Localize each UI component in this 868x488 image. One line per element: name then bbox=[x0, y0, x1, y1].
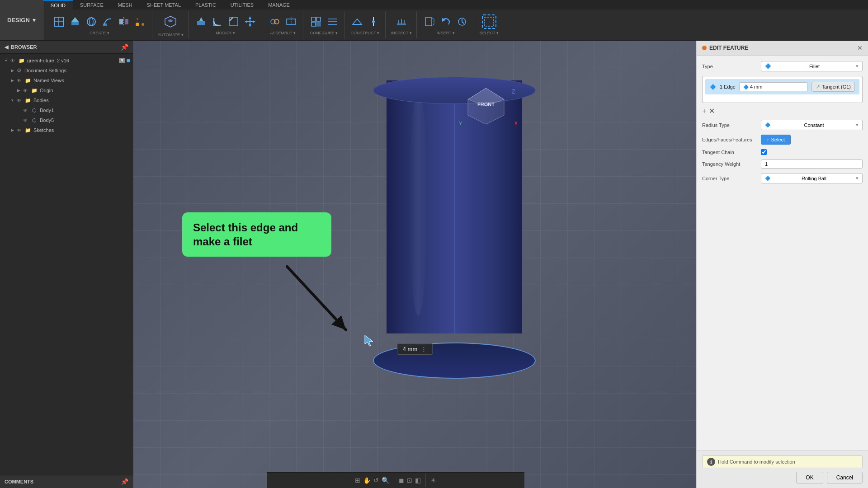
sidebar-pin-icon[interactable]: 📌 bbox=[121, 43, 128, 51]
design-button[interactable]: DESIGN ▾ bbox=[0, 0, 43, 40]
sidebar-title: ◀ BROWSER bbox=[5, 44, 37, 50]
radius-type-arrow: ▾ bbox=[856, 122, 859, 128]
comments-icon[interactable]: 📌 bbox=[121, 478, 128, 485]
undo-btn[interactable] bbox=[439, 14, 453, 29]
tab-plastic[interactable]: PLASTIC bbox=[188, 0, 223, 9]
pan-icon[interactable]: ✋ bbox=[363, 477, 371, 484]
tab-manage[interactable]: MANAGE bbox=[261, 0, 297, 9]
grid-icon[interactable]: ⊞ bbox=[355, 477, 360, 484]
tree-item-origin[interactable]: ▶ 👁 📁 Origin bbox=[0, 85, 133, 95]
mirror-btn[interactable] bbox=[117, 14, 131, 29]
edge-mm-icon: 🔷 bbox=[743, 84, 749, 89]
visibility-icon-sketches[interactable]: 👁 bbox=[15, 127, 23, 134]
dim-more-icon[interactable]: ⋮ bbox=[421, 346, 427, 352]
tangent-chain-checkbox[interactable] bbox=[761, 149, 767, 155]
tooltip-bar: ℹ Hold Command to modify selection bbox=[702, 455, 863, 468]
navcube-front-label: FRONT bbox=[466, 102, 506, 107]
navcube[interactable]: FRONT Z X Y bbox=[466, 86, 506, 127]
viewport[interactable]: FRONT Z X Y Select this edge and make a … bbox=[133, 41, 696, 488]
joint-btn[interactable] bbox=[268, 14, 282, 29]
edge-row-1[interactable]: 🔷 1 Edge 🔷 4 mm ↗ Tangent (G1) bbox=[705, 79, 859, 94]
visibility-icon-root[interactable]: 👁 bbox=[9, 57, 16, 64]
tangent-button[interactable]: ↗ Tangent (G1) bbox=[811, 82, 855, 92]
edge-mm-input[interactable]: 🔷 4 mm bbox=[739, 82, 808, 91]
press-pull-btn[interactable] bbox=[194, 14, 208, 29]
remove-edge-button[interactable]: ✕ bbox=[709, 107, 715, 115]
tangency-weight-row: Tangency Weight bbox=[702, 160, 863, 169]
display-icon[interactable]: ◼ bbox=[399, 477, 404, 484]
tree-item-body5[interactable]: 👁 ⬡ Body5 bbox=[0, 115, 133, 125]
automate-icons bbox=[161, 13, 179, 31]
corner-type-select[interactable]: 🔷 Rolling Ball ▾ bbox=[761, 173, 863, 183]
configure-btn1[interactable] bbox=[309, 14, 323, 29]
tab-mesh[interactable]: MESH bbox=[111, 0, 140, 9]
ok-button[interactable]: OK bbox=[796, 472, 823, 483]
edges-features-row: Edges/Faces/Features ↑ Select bbox=[702, 135, 863, 145]
svg-marker-19 bbox=[249, 16, 251, 19]
info-icon[interactable]: ℹ bbox=[707, 458, 715, 466]
tangency-weight-input[interactable] bbox=[761, 160, 863, 169]
orbit-icon[interactable]: ↺ bbox=[373, 477, 379, 484]
new-component-btn[interactable] bbox=[52, 14, 66, 29]
tree-toggle-views[interactable]: ▶ bbox=[9, 78, 15, 83]
light-icon[interactable]: ☀ bbox=[430, 477, 436, 484]
tree-label-body5: Body5 bbox=[40, 117, 130, 123]
measure-btn[interactable] bbox=[394, 14, 409, 29]
revolve-btn[interactable] bbox=[84, 14, 99, 29]
sweep-btn[interactable] bbox=[100, 14, 115, 29]
folder-icon-root: 📁 bbox=[18, 57, 25, 64]
pattern-btn[interactable] bbox=[133, 14, 147, 29]
tree-item-sketches[interactable]: ▶ 👁 📁 Sketches bbox=[0, 125, 133, 135]
select-btn[interactable] bbox=[482, 14, 496, 29]
svg-point-5 bbox=[87, 18, 95, 26]
tree-toggle-doc[interactable]: ▶ bbox=[9, 68, 15, 73]
cylinder-top-ellipse bbox=[373, 77, 536, 104]
configure-btn2[interactable] bbox=[325, 14, 340, 29]
fillet-btn[interactable] bbox=[210, 14, 225, 29]
assemble-more-btn[interactable] bbox=[284, 14, 298, 29]
automate-label: AUTOMATE ▾ bbox=[158, 33, 184, 37]
shaded-icon[interactable]: ◧ bbox=[415, 477, 421, 484]
edges-select-button[interactable]: ↑ Select bbox=[761, 135, 791, 145]
add-edge-button[interactable]: + bbox=[702, 107, 706, 115]
tab-sheet-metal[interactable]: SHEET METAL bbox=[140, 0, 188, 9]
corner-type-label: Corner Type bbox=[702, 176, 761, 181]
insert-svg-btn[interactable] bbox=[422, 14, 437, 29]
tree-toggle-origin[interactable]: ▶ bbox=[15, 88, 22, 93]
tab-surface[interactable]: SURFACE bbox=[73, 0, 111, 9]
visibility-icon-body5[interactable]: 👁 bbox=[22, 117, 29, 124]
tree-toggle-bodies[interactable]: ▾ bbox=[9, 98, 15, 103]
tree-toggle-root[interactable]: ▾ bbox=[3, 58, 9, 63]
type-value: Fillet bbox=[809, 64, 820, 69]
cancel-button[interactable]: Cancel bbox=[827, 472, 863, 483]
automate-btn[interactable] bbox=[161, 13, 179, 31]
chamfer-btn[interactable] bbox=[226, 14, 241, 29]
visibility-icon-origin[interactable]: 👁 bbox=[22, 87, 29, 94]
tree-item-named-views[interactable]: ▶ 👁 📁 Named Views bbox=[0, 75, 133, 85]
insert-more-btn[interactable] bbox=[455, 14, 469, 29]
visibility-icon-body1[interactable]: 👁 bbox=[22, 107, 29, 114]
modify-group: MODIFY ▾ bbox=[189, 11, 262, 38]
panel-close-button[interactable]: ✕ bbox=[857, 44, 863, 52]
sidebar-collapse-icon[interactable]: ◀ bbox=[5, 44, 8, 50]
tree-toggle-sketches[interactable]: ▶ bbox=[9, 128, 15, 132]
tree-item-root[interactable]: ▾ 👁 📁 greenFuture_2 v16 R bbox=[0, 56, 133, 66]
axis-btn[interactable] bbox=[366, 14, 381, 29]
tree-item-body1[interactable]: 👁 ⬡ Body1 bbox=[0, 105, 133, 115]
type-select[interactable]: 🔷 Fillet ▾ bbox=[761, 61, 863, 71]
tab-utilities[interactable]: UTILITIES bbox=[223, 0, 261, 9]
visibility-icon-views[interactable]: 👁 bbox=[15, 77, 23, 84]
radius-type-select[interactable]: 🔷 Constant ▾ bbox=[761, 120, 863, 130]
tree-item-doc-settings[interactable]: ▶ ⚙ Document Settings bbox=[0, 66, 133, 75]
tab-solid[interactable]: SOLID bbox=[43, 0, 73, 9]
move-btn[interactable] bbox=[243, 14, 257, 29]
tree-item-bodies[interactable]: ▾ 👁 📁 Bodies bbox=[0, 95, 133, 105]
visibility-icon-bodies[interactable]: 👁 bbox=[15, 97, 23, 104]
assemble-label: ASSEMBLE ▾ bbox=[270, 31, 296, 35]
zoom-icon[interactable]: 🔍 bbox=[382, 477, 389, 484]
wireframe-icon[interactable]: ⊡ bbox=[407, 477, 412, 484]
extrude-btn[interactable] bbox=[68, 14, 82, 29]
main-layout: ◀ BROWSER 📌 ▾ 👁 📁 greenFuture_2 v16 R ▶ … bbox=[0, 41, 868, 488]
type-icon: 🔷 bbox=[765, 63, 771, 69]
plane-btn[interactable] bbox=[350, 14, 364, 29]
